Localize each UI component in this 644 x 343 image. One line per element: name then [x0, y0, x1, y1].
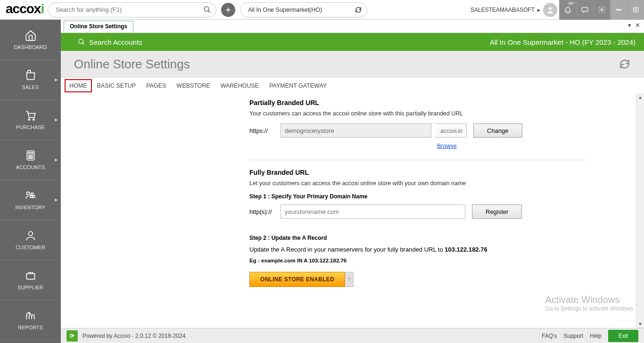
- svg-point-0: [204, 7, 209, 11]
- sidebar-item-label: ACCOUNTS: [16, 164, 45, 170]
- footer: ⟳ Powered by Accoxi - 2.0.12 © 2018-2024…: [61, 328, 644, 343]
- domain-input[interactable]: [281, 204, 465, 219]
- divider: [249, 160, 589, 160]
- context-bar: Search Accounts All In One Supermarket -…: [61, 33, 644, 51]
- chevron-right-icon: ▶: [55, 157, 58, 162]
- refresh-icon[interactable]: [619, 58, 631, 70]
- settings-tabs: HOME BASIC SETUP PAGES WEBSTORE WAREHOUS…: [61, 77, 644, 93]
- svg-rect-5: [582, 8, 588, 12]
- a-record-example: Eg : example.com IN A 103.122.182.76: [249, 258, 589, 263]
- proto-label: https://: [249, 127, 277, 134]
- title-icons: 99+: [559, 0, 644, 20]
- svg-point-27: [79, 39, 83, 43]
- change-button[interactable]: Change: [473, 123, 522, 138]
- tab-dropdown-icon[interactable]: ▾: [628, 22, 631, 29]
- refresh-icon[interactable]: [355, 6, 362, 14]
- search-icon[interactable]: [203, 6, 211, 14]
- svg-point-15: [28, 155, 29, 156]
- search-accounts-link[interactable]: Search Accounts: [89, 38, 142, 46]
- a-record-ip: 103.122.182.76: [445, 246, 487, 253]
- toggle-handle-icon[interactable]: ?: [345, 272, 354, 287]
- svg-point-11: [28, 119, 30, 120]
- topbar: accoxi All In One Supermarket(HO) SALEST…: [0, 0, 644, 20]
- footer-support-link[interactable]: Support: [563, 333, 583, 339]
- svg-point-21: [26, 192, 30, 195]
- chevron-right-icon: ▶: [55, 77, 58, 82]
- page-title: Online Store Settings: [74, 57, 190, 72]
- sidebar-item-reports[interactable]: REPORTS: [0, 300, 61, 340]
- chevron-right-icon: ▶: [55, 117, 58, 122]
- svg-point-12: [33, 119, 34, 120]
- company-selector[interactable]: All In One Supermarket(HO): [240, 2, 367, 17]
- page-header: Online Store Settings: [61, 51, 644, 77]
- domain-suffix: .accoxi.in: [435, 123, 467, 138]
- step1-label: Step 1 : Specify Your Primary Domain Nam…: [249, 193, 589, 200]
- svg-rect-26: [26, 274, 34, 279]
- scrollbar[interactable]: ▲ ▼: [636, 93, 644, 328]
- subdomain-input[interactable]: [281, 123, 431, 138]
- tab-webstore[interactable]: WEBSTORE: [171, 79, 215, 93]
- avatar[interactable]: [543, 3, 557, 17]
- svg-point-18: [28, 157, 29, 158]
- bell-icon[interactable]: 99+: [559, 0, 576, 20]
- online-store-toggle[interactable]: ONLINE STORE ENABLED ?: [249, 272, 589, 287]
- global-search[interactable]: [48, 2, 216, 17]
- sidebar-item-purchase[interactable]: PURCHASE ▶: [0, 100, 61, 140]
- tab-payment-gateway[interactable]: PAYMENT GATEWAY: [264, 79, 332, 93]
- sidebar-item-customer[interactable]: CUSTOMER: [0, 220, 61, 260]
- tab-pages[interactable]: PAGES: [141, 79, 171, 93]
- add-button[interactable]: [221, 3, 235, 17]
- svg-point-6: [601, 8, 603, 10]
- toggle-label: ONLINE STORE ENABLED: [249, 272, 345, 287]
- sidebar-item-dashboard[interactable]: DASHBOARD: [0, 20, 61, 60]
- sidebar-item-label: REPORTS: [18, 325, 43, 330]
- tab-home[interactable]: HOME: [65, 79, 92, 92]
- tab-online-store-settings[interactable]: Online Store Settings: [64, 21, 133, 32]
- notif-badge: 99+: [569, 1, 575, 6]
- search-icon: [78, 38, 85, 46]
- svg-line-28: [83, 43, 84, 45]
- user-menu[interactable]: SALESTEAMAABASOFT ▸: [471, 7, 540, 13]
- svg-point-16: [30, 155, 31, 156]
- sidebar-item-label: CUSTOMER: [16, 245, 45, 250]
- svg-rect-24: [31, 193, 33, 195]
- sidebar-item-supplier[interactable]: SUPPLIER: [0, 260, 61, 300]
- footer-powered: Powered by Accoxi - 2.0.12 © 2018-2024: [83, 333, 185, 339]
- sidebar-item-sales[interactable]: SALES ▶: [0, 60, 61, 100]
- register-button[interactable]: Register: [472, 204, 522, 219]
- svg-point-20: [32, 157, 33, 158]
- tab-basic-setup[interactable]: BASIC SETUP: [92, 79, 141, 93]
- user-label: SALESTEAMAABASOFT: [471, 7, 535, 13]
- exit-button[interactable]: Exit: [608, 330, 638, 342]
- search-input[interactable]: [56, 6, 203, 13]
- sidebar-item-label: SUPPLIER: [17, 285, 43, 290]
- footer-help-link[interactable]: Help: [590, 333, 602, 339]
- settings-canvas: Partially Branded URL Your customers can…: [61, 93, 644, 328]
- close-button[interactable]: [627, 0, 644, 20]
- tab-warehouse[interactable]: WAREHOUSE: [215, 79, 264, 93]
- svg-line-1: [208, 11, 210, 13]
- minimize-button[interactable]: [610, 0, 627, 20]
- proto-label: http(s)://: [249, 208, 277, 215]
- scroll-up-icon[interactable]: ▲: [636, 93, 644, 101]
- tab-label: Online Store Settings: [70, 23, 127, 30]
- tab-close-icon[interactable]: ✕: [635, 22, 640, 29]
- app-logo: accoxi: [3, 1, 48, 18]
- sidebar-item-inventory[interactable]: INVENTORY ▶: [0, 180, 61, 220]
- a-record-instruction: Update the A Record in your nameservers …: [249, 246, 589, 253]
- browse-link[interactable]: Browse: [437, 143, 457, 149]
- sidebar-item-label: PURCHASE: [16, 124, 45, 130]
- sidebar-item-label: INVENTORY: [16, 204, 46, 210]
- footer-logo-icon: ⟳: [66, 330, 78, 342]
- svg-point-19: [30, 157, 31, 158]
- sidebar-item-accounts[interactable]: ACCOUNTS ▶: [0, 140, 61, 180]
- svg-point-4: [549, 7, 552, 10]
- gear-icon[interactable]: [593, 0, 610, 20]
- svg-point-25: [28, 231, 33, 236]
- chevron-right-icon: ▶: [55, 197, 58, 202]
- footer-faqs-link[interactable]: FAQ's: [542, 333, 557, 339]
- scroll-down-icon[interactable]: ▼: [636, 320, 644, 328]
- full-url-desc: Let your customers can access the accoxi…: [249, 180, 589, 187]
- partial-url-heading: Partially Branded URL: [249, 99, 589, 106]
- chat-icon[interactable]: [576, 0, 593, 20]
